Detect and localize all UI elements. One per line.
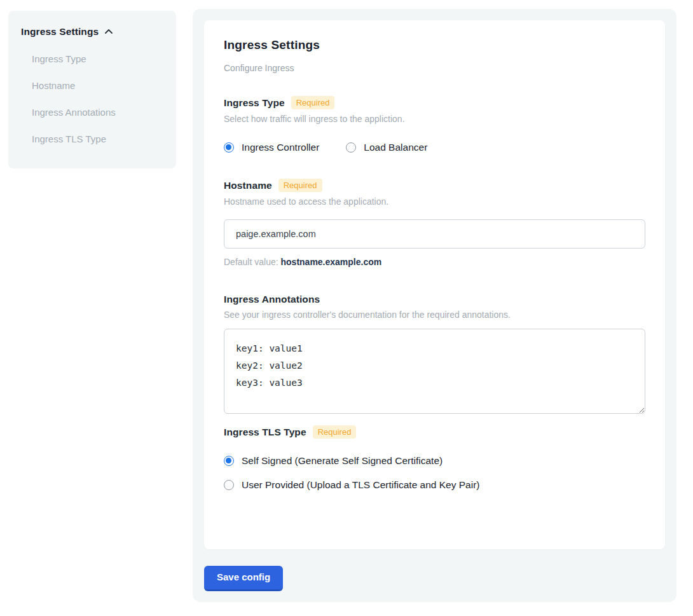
sidebar-item-ingress-tls-type[interactable]: Ingress TLS Type [21,125,163,152]
sidebar-section-ingress-settings[interactable]: Ingress Settings [21,26,163,38]
radio-button-icon [224,456,234,466]
hostname-input[interactable] [224,219,645,249]
ingress-tls-type-label: Ingress TLS Type [224,427,306,438]
section-ingress-type: Ingress Type Required Select how traffic… [224,96,645,153]
ingress-type-description: Select how traffic will ingress to the a… [224,114,645,124]
sidebar-item-ingress-annotations[interactable]: Ingress Annotations [21,99,163,125]
default-value: hostname.example.com [281,257,382,267]
radio-label: User Provided (Upload a TLS Certificate … [242,479,479,491]
ingress-annotations-description: See your ingress controller's documentat… [224,310,645,320]
radio-button-icon [346,142,356,153]
section-ingress-tls-type: Ingress TLS Type Required Self Signed (G… [224,425,645,491]
radio-load-balancer[interactable]: Load Balancer [346,142,427,153]
required-badge: Required [291,96,335,109]
ingress-settings-panel: Ingress Settings Configure Ingress Ingre… [193,9,676,602]
settings-sidebar: Ingress Settings Ingress Type Hostname I… [8,11,176,168]
sidebar-item-ingress-type[interactable]: Ingress Type [21,45,163,72]
sidebar-item-hostname[interactable]: Hostname [21,72,163,99]
save-config-button[interactable]: Save config [204,566,283,591]
radio-button-icon [224,142,234,153]
chevron-up-icon [104,27,114,37]
radio-button-icon [224,480,234,490]
radio-label: Self Signed (Generate Self Signed Certif… [242,455,443,467]
ingress-annotations-textarea[interactable]: key1: value1 key2: value2 key3: value3 [224,329,645,414]
required-badge: Required [313,425,357,439]
section-ingress-annotations: Ingress Annotations See your ingress con… [224,294,645,414]
page-title: Ingress Settings [224,38,645,52]
sidebar-item-list: Ingress Type Hostname Ingress Annotation… [21,45,163,152]
section-hostname: Hostname Required Hostname used to acces… [224,179,645,267]
radio-user-provided[interactable]: User Provided (Upload a TLS Certificate … [224,479,645,491]
radio-self-signed[interactable]: Self Signed (Generate Self Signed Certif… [224,455,645,467]
tls-type-radio-group: Self Signed (Generate Self Signed Certif… [224,455,645,491]
ingress-type-radio-group: Ingress Controller Load Balancer [224,142,645,153]
radio-label: Ingress Controller [242,142,319,153]
hostname-label: Hostname [224,180,272,191]
hostname-description: Hostname used to access the application. [224,196,645,207]
page-subtitle: Configure Ingress [224,63,645,73]
ingress-settings-card: Ingress Settings Configure Ingress Ingre… [204,20,665,549]
hostname-default-line: Default value: hostname.example.com [224,257,645,267]
ingress-annotations-label: Ingress Annotations [224,294,320,305]
radio-label: Load Balancer [364,142,427,153]
default-value-label: Default value: [224,257,278,267]
sidebar-section-label: Ingress Settings [21,26,99,38]
radio-ingress-controller[interactable]: Ingress Controller [224,142,319,153]
required-badge: Required [278,179,322,192]
ingress-type-label: Ingress Type [224,97,285,109]
